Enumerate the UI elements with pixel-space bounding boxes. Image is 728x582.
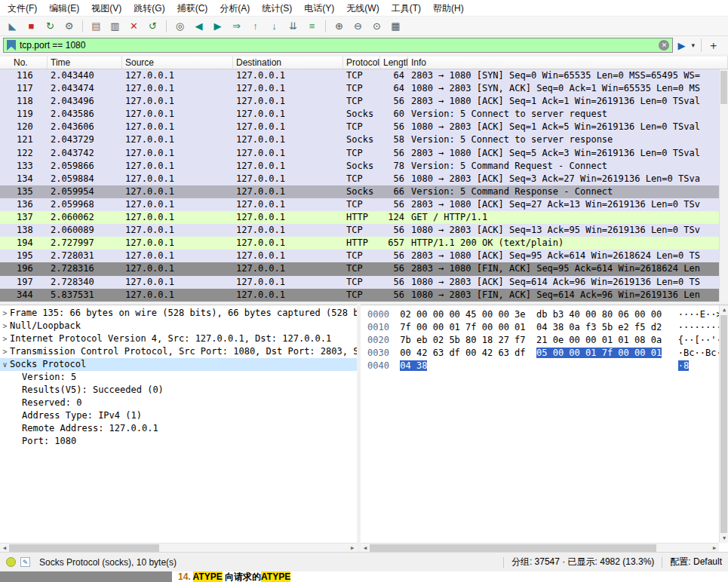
hex-bytes[interactable]: 02 00 00 00 45 00 00 3e — [400, 309, 525, 320]
menu-item-statistics[interactable]: 统计(S) — [256, 0, 298, 17]
menu-item-file[interactable]: 文件(F) — [2, 0, 43, 17]
clear-filter-icon[interactable]: ✕ — [659, 40, 669, 51]
zoom-reset-icon[interactable]: ⊙ — [368, 19, 386, 34]
detail-row[interactable]: Address Type: IPv4 (1) — [0, 409, 357, 422]
filter-bookmark-icon[interactable] — [7, 40, 16, 51]
hex-bytes[interactable]: 05 00 00 01 7f 00 00 01 — [536, 348, 662, 358]
packet-row[interactable]: 1342.059884127.0.0.1127.0.0.1TCP561080 →… — [0, 173, 719, 185]
status-profile[interactable]: 配置: Default — [670, 556, 722, 568]
column-header-protocol[interactable]: Protocol — [343, 57, 380, 69]
packet-row[interactable]: 1962.728316127.0.0.1127.0.0.1TCP562803 →… — [0, 262, 719, 275]
stop-capture-icon[interactable]: ■ — [23, 19, 40, 34]
column-header-source[interactable]: Source — [122, 57, 233, 69]
scroll-left-icon[interactable]: ◀ — [361, 544, 370, 552]
scroll-right-icon[interactable]: ▶ — [348, 544, 357, 552]
packet-row[interactable]: 1372.060062127.0.0.1127.0.0.1HTTP124GET … — [0, 211, 719, 224]
scroll-down-icon[interactable]: ▼ — [720, 534, 728, 543]
packet-row[interactable]: 1352.059954127.0.0.1127.0.0.1Socks66Vers… — [0, 185, 719, 198]
hex-hscroll-thumb[interactable] — [370, 544, 656, 552]
menu-item-view[interactable]: 视图(V) — [85, 0, 127, 17]
expander-icon[interactable]: > — [0, 320, 10, 332]
hex-bytes[interactable]: 7f 00 00 01 7f 00 00 01 — [400, 322, 525, 332]
go-last-icon[interactable]: ↓ — [266, 19, 283, 34]
hex-row[interactable]: 0020 7b eb 02 5b 80 18 27 f7 21 0e 00 00… — [367, 334, 728, 347]
packet-row[interactable]: 1942.727997127.0.0.1127.0.0.1HTTP657HTTP… — [0, 237, 719, 250]
column-header-destination[interactable]: Destination — [233, 57, 343, 69]
column-header-info[interactable]: Info — [408, 57, 728, 69]
colorize-icon[interactable]: ≡ — [303, 19, 321, 34]
detail-row[interactable]: Reserved: 0 — [0, 397, 357, 409]
apply-filter-button[interactable]: ▶ — [676, 40, 687, 51]
menu-item-help[interactable]: 帮助(H) — [427, 0, 470, 17]
hex-row[interactable]: 0000 02 00 00 00 45 00 00 3e db b3 40 00… — [367, 308, 728, 321]
reload-file-icon[interactable]: ↺ — [144, 19, 161, 34]
hex-row[interactable]: 0040 04 38 ·8 — [367, 360, 728, 372]
detail-row[interactable]: >Transmission Control Protocol, Src Port… — [0, 345, 357, 358]
scroll-up-icon[interactable]: ▲ — [720, 305, 728, 314]
packet-row[interactable]: 1162.043440127.0.0.1127.0.0.1TCP642803 →… — [0, 69, 719, 82]
detail-row[interactable]: ∨Socks Protocol — [0, 358, 357, 371]
go-to-packet-icon[interactable]: ⇒ — [228, 19, 245, 34]
hex-ascii[interactable]: ········ — [678, 322, 722, 332]
packet-list-scrollbar[interactable] — [719, 69, 728, 302]
hex-vertical-scrollbar[interactable]: ▲ ▼ — [719, 305, 728, 543]
go-forward-icon[interactable]: ▶ — [209, 19, 226, 34]
resize-columns-icon[interactable]: ▦ — [387, 19, 404, 34]
menu-item-capture[interactable]: 捕获(C) — [171, 0, 214, 17]
save-file-icon[interactable]: ▥ — [106, 19, 124, 34]
start-capture-icon[interactable]: ◣ — [4, 19, 21, 34]
expert-info-icon[interactable] — [6, 557, 16, 567]
detail-row[interactable]: >Internet Protocol Version 4, Src: 127.0… — [0, 332, 357, 345]
detail-row[interactable]: Version: 5 — [0, 371, 357, 384]
detail-row[interactable]: Remote Address: 127.0.0.1 — [0, 422, 357, 435]
menu-item-wireless[interactable]: 无线(W) — [340, 0, 385, 17]
packet-list-scrollbar-thumb[interactable] — [720, 71, 727, 104]
detail-row[interactable]: Results(V5): Succeeded (0) — [0, 384, 357, 397]
detail-row[interactable]: >Frame 135: 66 bytes on wire (528 bits),… — [0, 307, 357, 320]
restart-capture-icon[interactable]: ↻ — [41, 19, 59, 34]
packet-row[interactable]: 1212.043729127.0.0.1127.0.0.1Socks58Vers… — [0, 133, 719, 146]
hex-bytes[interactable]: 04 38 0a f3 5b e2 f5 d2 — [536, 322, 662, 332]
hex-ascii[interactable]: {··[··'· — [678, 335, 722, 345]
packet-row[interactable]: 1972.728340127.0.0.1127.0.0.1TCP561080 →… — [0, 276, 719, 289]
find-packet-icon[interactable]: ◎ — [171, 19, 189, 34]
expander-icon[interactable]: > — [0, 345, 10, 358]
packet-row[interactable]: 1182.043496127.0.0.1127.0.0.1TCP562803 →… — [0, 95, 719, 108]
menu-item-go[interactable]: 跳转(G) — [127, 0, 170, 17]
hex-bytes[interactable]: 7b eb 02 5b 80 18 27 f7 — [400, 335, 525, 345]
hex-ascii[interactable]: ····E··> — [678, 309, 722, 320]
menu-item-tools[interactable]: 工具(T) — [386, 0, 427, 17]
add-filter-button[interactable]: ＋ — [701, 38, 725, 52]
open-file-icon[interactable]: ▤ — [88, 19, 105, 34]
hex-ascii[interactable]: ·Bc··Bc· — [678, 348, 722, 358]
hex-row[interactable]: 0030 00 42 63 df 00 42 63 df 05 00 00 01… — [367, 347, 728, 360]
go-back-icon[interactable]: ◀ — [190, 19, 207, 34]
hex-horizontal-scrollbar[interactable]: ◀ ▶ — [361, 543, 719, 552]
details-horizontal-scrollbar[interactable]: ◀ ▶ — [0, 543, 357, 552]
filter-input-field[interactable]: ✕ — [3, 38, 673, 53]
hex-row[interactable]: 0010 7f 00 00 01 7f 00 00 01 04 38 0a f3… — [367, 321, 728, 334]
auto-scroll-icon[interactable]: ⇊ — [284, 19, 302, 34]
packet-row[interactable]: 1222.043742127.0.0.1127.0.0.1TCP562803 →… — [0, 147, 719, 160]
go-first-icon[interactable]: ↑ — [247, 19, 264, 34]
detail-row[interactable]: Port: 1080 — [0, 435, 357, 448]
filter-dropdown-caret-icon[interactable]: ▾ — [690, 41, 696, 49]
packet-row[interactable]: 1202.043606127.0.0.1127.0.0.1TCP561080 →… — [0, 121, 719, 133]
menu-item-analyze[interactable]: 分析(A) — [213, 0, 256, 17]
packet-row[interactable]: 1172.043474127.0.0.1127.0.0.1TCP641080 →… — [0, 82, 719, 95]
scroll-left-icon[interactable]: ◀ — [0, 544, 9, 552]
hex-bytes[interactable]: 00 42 63 df 00 42 63 df — [400, 348, 525, 358]
expander-icon[interactable]: > — [0, 307, 10, 320]
zoom-in-icon[interactable]: ⊕ — [330, 19, 348, 34]
packet-row[interactable]: 1382.060089127.0.0.1127.0.0.1TCP561080 →… — [0, 224, 719, 237]
column-header-length[interactable]: Lengtl — [380, 57, 408, 69]
packet-row[interactable]: 1332.059866127.0.0.1127.0.0.1Socks78Vers… — [0, 160, 719, 173]
column-header-time[interactable]: Time — [48, 57, 122, 69]
expander-icon[interactable]: > — [0, 332, 10, 345]
hex-bytes[interactable]: 21 0e 00 00 01 01 08 0a — [536, 335, 662, 345]
hex-bytes[interactable]: db b3 40 00 80 06 00 00 — [536, 309, 662, 320]
filter-input[interactable] — [20, 38, 655, 52]
packet-row[interactable]: 1952.728031127.0.0.1127.0.0.1TCP562803 →… — [0, 250, 719, 262]
hex-vscroll-thumb[interactable] — [720, 315, 727, 533]
hex-ascii[interactable]: ·8 — [678, 360, 689, 371]
